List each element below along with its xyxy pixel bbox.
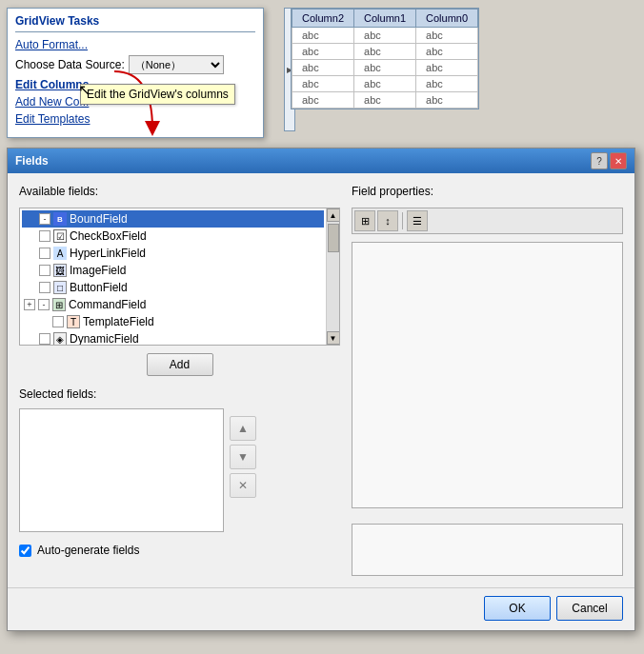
add-new-column-link[interactable]: Add New Co... — [15, 95, 89, 109]
autogenerate-label: Auto-generate fields — [37, 544, 139, 557]
expand-templatefield[interactable] — [52, 316, 64, 327]
expand-hyperlinkfield[interactable] — [39, 248, 50, 259]
gridview-tasks-panel: GridView Tasks Auto Format... Choose Dat… — [7, 8, 264, 138]
available-fields-label: Available fields: — [19, 185, 340, 198]
auto-format-link[interactable]: Auto Format... — [15, 38, 88, 51]
dialog-titlebar: Fields ? ✕ — [8, 149, 634, 173]
scroll-down-btn[interactable]: ▼ — [327, 331, 340, 345]
icon-boundfield: B — [53, 212, 67, 226]
icon-imagefield: 🖼 — [53, 264, 67, 277]
edit-columns-tooltip: Edit the GridView's columns — [80, 84, 235, 105]
props-toolbar: ⊞ ↕ ☰ — [352, 208, 623, 234]
label-dynamicfield: DynamicField — [70, 332, 139, 345]
label-commandfield: CommandField — [69, 298, 146, 311]
icon-buttonfield: □ — [53, 281, 67, 294]
tree-item-hyperlinkfield[interactable]: A HyperLinkField — [22, 245, 324, 262]
fields-scrollbar[interactable]: ▲ ▼ — [326, 208, 339, 345]
expand-commandfield[interactable]: + — [24, 299, 35, 310]
tree-item-imagefield[interactable]: 🖼 ImageField — [22, 262, 324, 279]
selected-fields-label: Selected fields: — [19, 387, 340, 401]
right-panel: Field properties: ⊞ ↕ ☰ — [352, 185, 623, 576]
tree-item-checkboxfield[interactable]: ☑ CheckBoxField — [22, 228, 324, 245]
table-row: abcabcabc — [292, 44, 478, 60]
props-toolbar-separator — [402, 212, 403, 229]
autogenerate-checkbox[interactable] — [19, 545, 31, 557]
expand-commandfield2[interactable]: - — [38, 299, 50, 310]
left-panel: Available fields: - B BoundField ☑ — [19, 185, 340, 576]
icon-templatefield: T — [67, 315, 80, 328]
table-row: abcabcabc — [292, 60, 478, 76]
fields-tree[interactable]: - B BoundField ☑ CheckBoxField — [20, 208, 326, 345]
table-row: abcabcabc — [292, 28, 478, 44]
label-checkboxfield: CheckBoxField — [70, 229, 147, 243]
dialog-content: Available fields: - B BoundField ☑ — [8, 173, 634, 587]
selected-fields-area: ▲ ▼ ✕ — [19, 408, 340, 532]
expand-dynamicfield[interactable] — [39, 333, 50, 345]
tree-item-dynamicfield[interactable]: ◈ DynamicField — [22, 330, 324, 345]
props-content — [352, 242, 623, 508]
tree-item-commandfield[interactable]: + - ⊞ CommandField — [22, 296, 324, 313]
fields-dialog: Fields ? ✕ Available fields: - B BoundFi… — [7, 148, 635, 631]
scroll-track[interactable] — [327, 222, 339, 331]
move-down-button[interactable]: ▼ — [230, 445, 256, 469]
icon-dynamicfield: ◈ — [53, 332, 67, 345]
expand-buttonfield[interactable] — [39, 282, 50, 293]
dialog-close-button[interactable]: ✕ — [610, 152, 627, 169]
dialog-controls: ? ✕ — [591, 152, 627, 169]
edit-templates-link[interactable]: Edit Templates — [15, 112, 91, 126]
cancel-button[interactable]: Cancel — [556, 596, 623, 621]
props-categorized-btn[interactable]: ⊞ — [354, 210, 375, 231]
table-row: abcabcabc — [292, 92, 478, 109]
selected-fields-box[interactable] — [19, 408, 224, 532]
expand-imagefield[interactable] — [39, 265, 50, 276]
scroll-thumb[interactable] — [328, 224, 339, 252]
icon-commandfield: ⊞ — [52, 298, 66, 311]
selected-arrows: ▲ ▼ ✕ — [230, 416, 256, 498]
tree-item-templatefield[interactable]: T TemplateField — [22, 313, 324, 330]
autogenerate-row: Auto-generate fields — [19, 544, 340, 557]
props-pages-btn[interactable]: ☰ — [407, 210, 428, 231]
dialog-main-row: Available fields: - B BoundField ☑ — [19, 185, 623, 576]
delete-button[interactable]: ✕ — [230, 473, 256, 498]
datasource-select[interactable]: （None） — [129, 55, 224, 74]
tree-item-buttonfield[interactable]: □ ButtonField — [22, 279, 324, 296]
props-alphabetical-btn[interactable]: ↕ — [377, 210, 398, 231]
available-fields-box: - B BoundField ☑ CheckBoxField — [19, 208, 340, 346]
dialog-footer: OK Cancel — [8, 587, 634, 630]
props-bottom-box — [352, 524, 623, 576]
expand-checkboxfield[interactable] — [39, 230, 50, 242]
icon-hyperlinkfield: A — [53, 247, 67, 260]
expand-boundfield[interactable]: - — [39, 213, 50, 225]
gridview-tasks-title: GridView Tasks — [15, 14, 255, 32]
label-imagefield: ImageField — [70, 264, 126, 277]
label-boundfield: BoundField — [70, 212, 128, 226]
dialog-help-button[interactable]: ? — [591, 152, 608, 169]
col-header-1: Column1 — [354, 10, 416, 28]
col-header-0: Column2 — [292, 10, 354, 28]
dialog-title: Fields — [15, 154, 49, 168]
gridview-preview: Column2 Column1 Column0 abcabcabc abcabc… — [291, 8, 479, 109]
datasource-label: Choose Data Source: — [15, 58, 125, 71]
field-props-label: Field properties: — [352, 185, 623, 198]
tree-item-boundfield[interactable]: - B BoundField — [22, 210, 324, 228]
label-hyperlinkfield: HyperLinkField — [70, 247, 146, 260]
icon-checkboxfield: ☑ — [53, 229, 67, 243]
col-header-2: Column0 — [416, 10, 478, 28]
label-buttonfield: ButtonField — [70, 281, 128, 294]
label-templatefield: TemplateField — [83, 315, 154, 328]
add-button[interactable]: Add — [147, 353, 213, 376]
ok-button[interactable]: OK — [484, 596, 551, 621]
move-up-button[interactable]: ▲ — [230, 416, 256, 441]
table-row: abcabcabc — [292, 76, 478, 92]
scroll-up-btn[interactable]: ▲ — [327, 208, 340, 222]
